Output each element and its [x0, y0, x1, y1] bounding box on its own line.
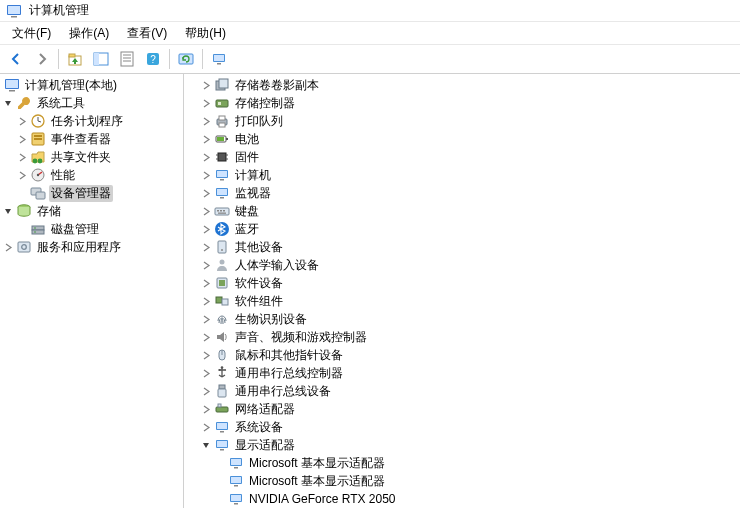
label: 人体学输入设备	[233, 257, 321, 274]
chevron-right-icon[interactable]	[200, 79, 212, 91]
properties-button[interactable]	[115, 47, 139, 71]
tree-storage[interactable]: 存储	[0, 202, 183, 220]
storage-controller-icon	[214, 95, 230, 111]
tree-device-manager[interactable]: 设备管理器	[0, 184, 183, 202]
chevron-right-icon[interactable]	[200, 151, 212, 163]
forward-button[interactable]	[30, 47, 54, 71]
svg-rect-62	[218, 213, 226, 214]
dev-item-display-2[interactable]: NVIDIA GeForce RTX 2050	[184, 490, 740, 508]
dev-cat-computer[interactable]: 计算机	[184, 166, 740, 184]
svg-rect-59	[217, 210, 219, 212]
tree-shared-folders[interactable]: 共享文件夹	[0, 148, 183, 166]
chevron-right-icon[interactable]	[200, 367, 212, 379]
chevron-right-icon[interactable]	[16, 133, 28, 145]
menubar: 文件(F) 操作(A) 查看(V) 帮助(H)	[0, 22, 740, 44]
up-button[interactable]	[63, 47, 87, 71]
chevron-down-icon[interactable]	[200, 439, 212, 451]
chevron-right-icon[interactable]	[200, 97, 212, 109]
label: 系统设备	[233, 419, 285, 436]
dev-cat-software-components[interactable]: 软件组件	[184, 292, 740, 310]
label: 通用串行总线设备	[233, 383, 333, 400]
tree-root[interactable]: 计算机管理(本地)	[0, 76, 183, 94]
chevron-down-icon[interactable]	[2, 97, 14, 109]
chevron-right-icon[interactable]	[200, 187, 212, 199]
dev-cat-print-queues[interactable]: 打印队列	[184, 112, 740, 130]
dev-cat-other-devices[interactable]: 其他设备	[184, 238, 740, 256]
dev-cat-vss[interactable]: 存储卷卷影副本	[184, 76, 740, 94]
svg-rect-94	[234, 503, 238, 505]
svg-rect-56	[217, 189, 227, 195]
chevron-right-icon[interactable]	[16, 115, 28, 127]
menu-file[interactable]: 文件(F)	[4, 23, 59, 44]
chevron-right-icon[interactable]	[200, 295, 212, 307]
label: 存储卷卷影副本	[233, 77, 321, 94]
menu-help[interactable]: 帮助(H)	[177, 23, 234, 44]
dev-cat-hid[interactable]: 人体学输入设备	[184, 256, 740, 274]
dev-item-display-1[interactable]: Microsoft 基本显示适配器	[184, 472, 740, 490]
chevron-right-icon[interactable]	[200, 349, 212, 361]
chevron-right-icon[interactable]	[200, 313, 212, 325]
dev-cat-monitors[interactable]: 监视器	[184, 184, 740, 202]
tree-disk-management[interactable]: 磁盘管理	[0, 220, 183, 238]
label: Microsoft 基本显示适配器	[247, 473, 387, 490]
dev-cat-keyboards[interactable]: 键盘	[184, 202, 740, 220]
chevron-right-icon[interactable]	[2, 241, 14, 253]
dev-cat-sound[interactable]: 声音、视频和游戏控制器	[184, 328, 740, 346]
chevron-down-icon[interactable]	[2, 205, 14, 217]
svg-rect-46	[217, 137, 224, 141]
chevron-right-icon[interactable]	[200, 169, 212, 181]
software-device-icon	[214, 275, 230, 291]
chevron-right-icon[interactable]	[200, 259, 212, 271]
svg-rect-40	[218, 102, 221, 105]
device-icon-button[interactable]	[207, 47, 231, 71]
dev-cat-battery[interactable]: 电池	[184, 130, 740, 148]
mouse-icon	[214, 347, 230, 363]
left-tree[interactable]: 计算机管理(本地) 系统工具 任务计划程序 事件查看器 共享文件夹	[0, 74, 184, 508]
dev-cat-system-devices[interactable]: 系统设备	[184, 418, 740, 436]
dev-cat-usb-devices[interactable]: 通用串行总线设备	[184, 382, 740, 400]
dev-cat-usb-controllers[interactable]: 通用串行总线控制器	[184, 364, 740, 382]
dev-cat-mice[interactable]: 鼠标和其他指针设备	[184, 346, 740, 364]
tree-system-tools[interactable]: 系统工具	[0, 94, 183, 112]
toolbar-separator	[169, 49, 170, 69]
menu-view[interactable]: 查看(V)	[119, 23, 175, 44]
chevron-right-icon[interactable]	[200, 403, 212, 415]
dev-cat-display-adapters[interactable]: 显示适配器	[184, 436, 740, 454]
dev-cat-bluetooth[interactable]: 蓝牙	[184, 220, 740, 238]
chevron-right-icon[interactable]	[200, 421, 212, 433]
chevron-right-icon[interactable]	[200, 205, 212, 217]
svg-rect-1	[8, 6, 20, 14]
chevron-right-icon[interactable]	[16, 151, 28, 163]
svg-point-33	[34, 227, 36, 229]
tree-task-scheduler[interactable]: 任务计划程序	[0, 112, 183, 130]
dev-cat-biometric[interactable]: 生物识别设备	[184, 310, 740, 328]
dev-cat-firmware[interactable]: 固件	[184, 148, 740, 166]
dev-item-display-0[interactable]: Microsoft 基本显示适配器	[184, 454, 740, 472]
chevron-right-icon[interactable]	[16, 169, 28, 181]
tree-event-viewer[interactable]: 事件查看器	[0, 130, 183, 148]
menu-action[interactable]: 操作(A)	[61, 23, 117, 44]
tree-performance[interactable]: 性能	[0, 166, 183, 184]
label: 显示适配器	[233, 437, 297, 454]
help-button[interactable]: ?	[141, 47, 165, 71]
device-tree[interactable]: 存储卷卷影副本 存储控制器 打印队列 电池 固件 计算机 监视器 键盘 蓝牙 其…	[184, 74, 740, 508]
dev-cat-storage-controllers[interactable]: 存储控制器	[184, 94, 740, 112]
chevron-right-icon[interactable]	[200, 223, 212, 235]
svg-rect-31	[32, 226, 44, 230]
chevron-right-icon[interactable]	[200, 241, 212, 253]
show-hide-tree-button[interactable]	[89, 47, 113, 71]
chevron-right-icon[interactable]	[200, 115, 212, 127]
back-button[interactable]	[4, 47, 28, 71]
services-label: 服务和应用程序	[35, 239, 123, 256]
chevron-right-icon[interactable]	[200, 331, 212, 343]
refresh-button[interactable]	[174, 47, 198, 71]
tree-services[interactable]: 服务和应用程序	[0, 238, 183, 256]
dev-cat-network[interactable]: 网络适配器	[184, 400, 740, 418]
bluetooth-icon	[214, 221, 230, 237]
label: 网络适配器	[233, 401, 297, 418]
dev-cat-software-devices[interactable]: 软件设备	[184, 274, 740, 292]
svg-rect-43	[219, 123, 225, 127]
chevron-right-icon[interactable]	[200, 133, 212, 145]
chevron-right-icon[interactable]	[200, 277, 212, 289]
chevron-right-icon[interactable]	[200, 385, 212, 397]
